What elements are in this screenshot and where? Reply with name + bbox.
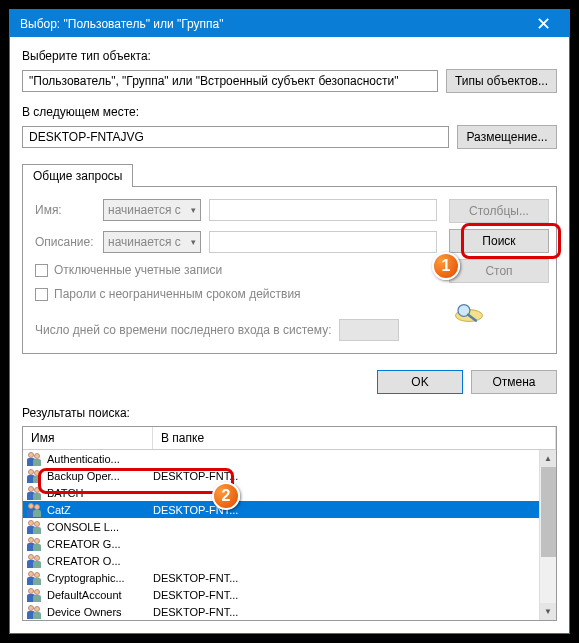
group-icon (27, 468, 43, 484)
desc-filter-input[interactable] (209, 231, 437, 253)
group-icon (27, 553, 43, 569)
annotation-badge-2: 2 (212, 482, 240, 510)
row-folder: DESKTOP-FNT... (153, 606, 238, 618)
object-types-button[interactable]: Типы объектов... (446, 69, 557, 93)
dialog-content: Выберите тип объекта: Типы объектов... В… (10, 37, 569, 633)
table-row[interactable]: Cryptographic...DESKTOP-FNT... (23, 569, 556, 586)
titlebar: Выбор: "Пользователь" или "Группа" ✕ (10, 10, 569, 37)
scroll-thumb[interactable] (541, 467, 556, 557)
row-name: Cryptographic... (47, 572, 153, 584)
non-expiring-pw-checkbox[interactable] (35, 288, 48, 301)
column-name[interactable]: Имя (23, 427, 153, 449)
row-name: CatZ (47, 504, 153, 516)
results-header: Имя В папке (23, 427, 556, 450)
table-row[interactable]: Backup Oper...DESKTOP-FNT... (23, 467, 556, 484)
row-name: CONSOLE L... (47, 521, 153, 533)
group-icon (27, 570, 43, 586)
desc-filter-label: Описание: (35, 235, 95, 249)
find-now-button[interactable]: Поиск (449, 229, 549, 253)
days-since-logon-label: Число дней со времени последнего входа в… (35, 323, 331, 337)
scroll-up-icon[interactable]: ▲ (540, 450, 556, 467)
group-icon (27, 519, 43, 535)
group-icon (27, 451, 43, 467)
days-since-logon-input (339, 319, 399, 341)
titlebar-text: Выбор: "Пользователь" или "Группа" (20, 17, 528, 31)
results-label: Результаты поиска: (22, 406, 557, 420)
magnifier-icon (449, 301, 489, 325)
table-row[interactable]: BATCH (23, 484, 556, 501)
table-row[interactable]: DefaultAccountDESKTOP-FNT... (23, 586, 556, 603)
dialog-window: Выбор: "Пользователь" или "Группа" ✕ Выб… (9, 9, 570, 634)
object-type-label: Выберите тип объекта: (22, 49, 557, 63)
table-row[interactable]: CONSOLE L... (23, 518, 556, 535)
group-icon (27, 502, 43, 518)
table-row[interactable]: Authenticatio... (23, 450, 556, 467)
desc-filter-combo[interactable]: начинается с ▾ (103, 231, 201, 253)
row-name: DefaultAccount (47, 589, 153, 601)
row-folder: DESKTOP-FNT... (153, 572, 238, 584)
disabled-accounts-checkbox[interactable] (35, 264, 48, 277)
row-name: BATCH (47, 487, 153, 499)
column-folder[interactable]: В папке (153, 427, 556, 449)
columns-button: Столбцы... (449, 199, 549, 223)
stop-button: Стоп (449, 259, 549, 283)
row-name: Backup Oper... (47, 470, 153, 482)
scroll-down-icon[interactable]: ▼ (540, 603, 556, 620)
locations-button[interactable]: Размещение... (457, 125, 557, 149)
row-name: CREATOR G... (47, 538, 153, 550)
row-name: Authenticatio... (47, 453, 153, 465)
disabled-accounts-label: Отключенные учетные записи (54, 263, 222, 277)
chevron-down-icon: ▾ (191, 205, 196, 215)
close-icon[interactable]: ✕ (528, 13, 559, 35)
table-row[interactable]: Device OwnersDESKTOP-FNT... (23, 603, 556, 620)
cancel-button[interactable]: Отмена (471, 370, 557, 394)
non-expiring-pw-label: Пароли с неограниченным сроком действия (54, 287, 301, 301)
group-icon (27, 587, 43, 603)
chevron-down-icon: ▾ (191, 237, 196, 247)
name-filter-label: Имя: (35, 203, 95, 217)
group-icon (27, 536, 43, 552)
scrollbar[interactable]: ▲ ▼ (539, 450, 556, 620)
row-name: Device Owners (47, 606, 153, 618)
table-row[interactable]: CatZDESKTOP-FNT... (23, 501, 556, 518)
tab-common-queries[interactable]: Общие запросы (22, 164, 133, 187)
group-icon (27, 604, 43, 620)
results-list: Имя В папке Authenticatio...Backup Oper.… (22, 426, 557, 621)
location-field[interactable] (22, 126, 449, 148)
table-row[interactable]: CREATOR O... (23, 552, 556, 569)
group-icon (27, 485, 43, 501)
name-filter-combo[interactable]: начинается с ▾ (103, 199, 201, 221)
results-body: Authenticatio...Backup Oper...DESKTOP-FN… (23, 450, 556, 620)
name-filter-input[interactable] (209, 199, 437, 221)
queries-tab-container: Общие запросы Имя: начинается с ▾ Описан… (22, 163, 557, 354)
row-folder: DESKTOP-FNT... (153, 470, 238, 482)
row-name: CREATOR O... (47, 555, 153, 567)
ok-button[interactable]: OK (377, 370, 463, 394)
tab-body: Имя: начинается с ▾ Описание: начинается… (22, 186, 557, 354)
annotation-badge-1: 1 (432, 252, 460, 280)
row-folder: DESKTOP-FNT... (153, 589, 238, 601)
table-row[interactable]: CREATOR G... (23, 535, 556, 552)
location-label: В следующем месте: (22, 105, 557, 119)
object-type-field[interactable] (22, 70, 438, 92)
